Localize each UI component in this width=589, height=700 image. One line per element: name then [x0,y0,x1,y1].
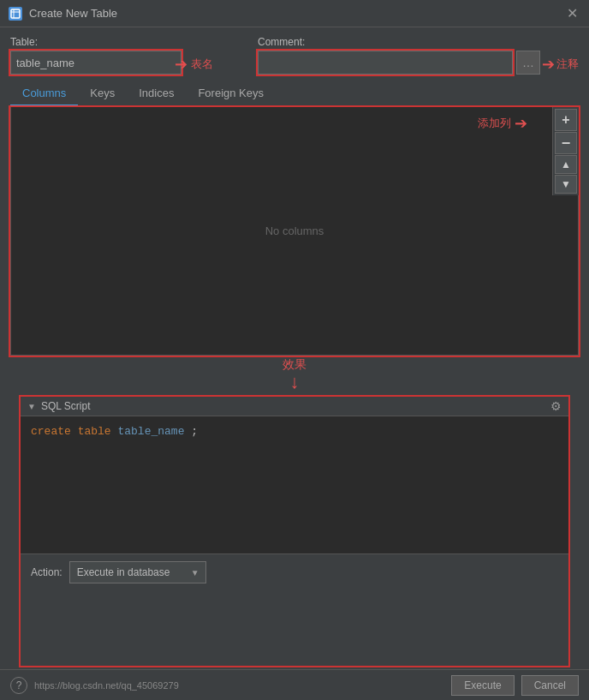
sql-editor[interactable]: create table table_name ; [21,416,568,553]
tab-content: No columns [10,107,579,356]
dialog-body: Table: ➔ 表名 Comment: … [0,27,589,700]
tab-indices[interactable]: Indices [127,81,186,106]
sql-title: SQL Script [41,400,91,412]
cancel-button[interactable]: Cancel [521,675,579,696]
sql-keyword-table: table [78,425,111,438]
svg-rect-0 [11,9,20,18]
sql-header: ▼ SQL Script ⚙ [21,397,568,416]
table-name-annotation: 表名 [191,57,213,72]
right-arrow-icon: ➔ [175,55,187,74]
remove-column-button[interactable]: − [555,132,577,154]
table-name-group: Table: [10,36,181,75]
comment-annotation: 注释 [556,57,579,72]
dialog-icon [9,7,22,21]
add-column-button[interactable]: + [555,109,577,131]
table-field-label: Table: [10,36,181,48]
close-button[interactable]: ✕ [563,5,580,22]
dialog-title: Create New Table [29,7,117,20]
tabs-bar: Columns Keys Indices Foreign Keys [10,81,579,107]
action-label: Action: [31,566,62,578]
right-arrow-icon-2: ➔ [542,55,555,74]
tab-keys[interactable]: Keys [78,81,127,106]
bottom-left: ? https://blog.csdn.net/qq_45069279 [10,677,179,694]
tab-columns[interactable]: Columns [10,81,78,106]
action-row: Action: Execute in database Open in SQL … [21,553,568,590]
help-button[interactable]: ? [10,677,27,694]
field-row: Table: ➔ 表名 Comment: … [10,36,579,75]
comment-input[interactable] [258,51,513,75]
effect-annotation-area: 效果 ↓ [10,357,579,393]
down-arrow-icon: ↓ [290,373,300,392]
tab-content-wrapper: No columns + − ▲ ▼ 添加列 [10,107,579,356]
move-down-button[interactable]: ▼ [555,175,577,194]
sql-keyword-create: create [31,425,71,438]
comment-row: … [258,51,540,75]
action-select[interactable]: Execute in database Open in SQL editor [69,561,206,583]
sql-table-name: table_name [117,425,184,438]
create-table-dialog: Create New Table ✕ Table: ➔ 表名 Comment: [0,0,589,700]
comment-expand-button[interactable]: … [516,51,540,75]
move-up-button[interactable]: ▲ [555,155,577,174]
comment-group: Comment: … [258,36,540,75]
action-select-wrapper: Execute in database Open in SQL editor ▼ [69,561,206,583]
bottom-bar: ? https://blog.csdn.net/qq_45069279 Exec… [0,669,589,700]
titlebar: Create New Table ✕ [0,0,589,27]
csdn-link: https://blog.csdn.net/qq_45069279 [34,680,179,691]
comment-field-label: Comment: [258,36,540,48]
no-columns-message: No columns [11,107,578,355]
sql-semicolon: ; [191,425,198,438]
table-name-annotation-area: ➔ 表名 [175,55,213,74]
comment-annotation-area: ➔ 注释 [542,55,579,74]
tab-foreign-keys[interactable]: Foreign Keys [186,81,276,106]
sql-collapse-button[interactable]: ▼ [27,402,36,411]
sql-gear-button[interactable]: ⚙ [550,399,562,413]
table-name-input[interactable] [10,51,181,75]
tab-toolbar: + − ▲ ▼ [552,107,579,195]
execute-button[interactable]: Execute [451,675,514,696]
sql-wrapper: ▼ SQL Script ⚙ create table table_name ;… [21,397,568,666]
